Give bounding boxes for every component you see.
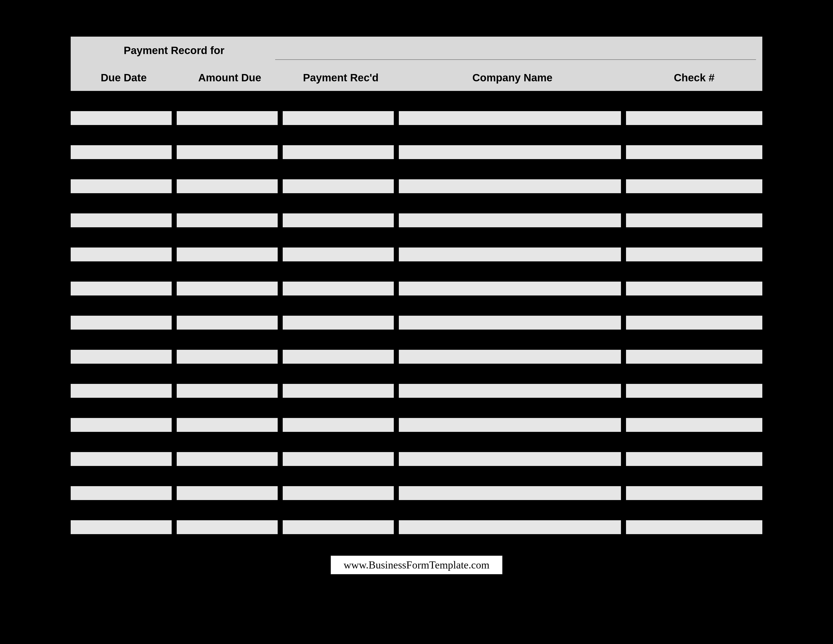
- table-row: [71, 384, 762, 398]
- cell-payment-recd[interactable]: [283, 248, 394, 261]
- table-row: [71, 486, 762, 500]
- cell-due-date[interactable]: [71, 179, 172, 193]
- cell-check-no[interactable]: [626, 179, 762, 193]
- cell-check-no[interactable]: [626, 486, 762, 500]
- cell-amount-due[interactable]: [177, 179, 278, 193]
- cell-payment-recd[interactable]: [283, 452, 394, 466]
- cell-payment-recd[interactable]: [283, 418, 394, 432]
- cell-due-date[interactable]: [71, 486, 172, 500]
- table-row: [71, 179, 762, 193]
- cell-company-name[interactable]: [399, 486, 621, 500]
- cell-amount-due[interactable]: [177, 452, 278, 466]
- cell-payment-recd[interactable]: [283, 282, 394, 295]
- cell-company-name[interactable]: [399, 213, 621, 227]
- table-row: [71, 452, 762, 466]
- table-row: [71, 520, 762, 534]
- cell-check-no[interactable]: [626, 316, 762, 330]
- cell-amount-due[interactable]: [177, 486, 278, 500]
- title-row: Payment Record for: [71, 37, 762, 64]
- table-row: [71, 316, 762, 330]
- cell-payment-recd[interactable]: [283, 316, 394, 330]
- cell-due-date[interactable]: [71, 145, 172, 159]
- header-amount-due: Amount Due: [177, 72, 283, 84]
- cell-company-name[interactable]: [399, 520, 621, 534]
- cell-company-name[interactable]: [399, 179, 621, 193]
- cell-amount-due[interactable]: [177, 350, 278, 364]
- data-rows: [71, 111, 762, 534]
- table-row: [71, 282, 762, 295]
- cell-check-no[interactable]: [626, 384, 762, 398]
- cell-company-name[interactable]: [399, 316, 621, 330]
- table-row: [71, 350, 762, 364]
- cell-company-name[interactable]: [399, 145, 621, 159]
- table-row: [71, 418, 762, 432]
- cell-check-no[interactable]: [626, 111, 762, 125]
- cell-amount-due[interactable]: [177, 418, 278, 432]
- cell-check-no[interactable]: [626, 452, 762, 466]
- cell-company-name[interactable]: [399, 418, 621, 432]
- cell-amount-due[interactable]: [177, 213, 278, 227]
- cell-company-name[interactable]: [399, 111, 621, 125]
- cell-due-date[interactable]: [71, 111, 172, 125]
- header-due-date: Due Date: [71, 72, 177, 84]
- form-header: Payment Record for Due Date Amount Due P…: [71, 37, 762, 91]
- header-payment-recd: Payment Rec'd: [283, 72, 399, 84]
- cell-company-name[interactable]: [399, 248, 621, 261]
- form-title: Payment Record for: [71, 45, 224, 56]
- cell-due-date[interactable]: [71, 452, 172, 466]
- cell-due-date[interactable]: [71, 316, 172, 330]
- table-row: [71, 213, 762, 227]
- cell-amount-due[interactable]: [177, 384, 278, 398]
- cell-due-date[interactable]: [71, 282, 172, 295]
- cell-payment-recd[interactable]: [283, 486, 394, 500]
- table-row: [71, 111, 762, 125]
- cell-amount-due[interactable]: [177, 520, 278, 534]
- cell-due-date[interactable]: [71, 248, 172, 261]
- cell-check-no[interactable]: [626, 520, 762, 534]
- cell-payment-recd[interactable]: [283, 145, 394, 159]
- cell-payment-recd[interactable]: [283, 384, 394, 398]
- cell-amount-due[interactable]: [177, 282, 278, 295]
- cell-due-date[interactable]: [71, 418, 172, 432]
- cell-check-no[interactable]: [626, 145, 762, 159]
- payment-record-form: Payment Record for Due Date Amount Due P…: [71, 37, 762, 554]
- header-check-no: Check #: [626, 72, 762, 84]
- footer-url: www.BusinessFormTemplate.com: [331, 555, 502, 574]
- cell-check-no[interactable]: [626, 350, 762, 364]
- cell-check-no[interactable]: [626, 248, 762, 261]
- cell-amount-due[interactable]: [177, 248, 278, 261]
- recipient-input-line[interactable]: [275, 60, 756, 60]
- cell-payment-recd[interactable]: [283, 213, 394, 227]
- cell-payment-recd[interactable]: [283, 179, 394, 193]
- cell-company-name[interactable]: [399, 350, 621, 364]
- cell-payment-recd[interactable]: [283, 520, 394, 534]
- cell-check-no[interactable]: [626, 282, 762, 295]
- header-company-name: Company Name: [399, 72, 626, 84]
- cell-payment-recd[interactable]: [283, 350, 394, 364]
- table-row: [71, 145, 762, 159]
- cell-company-name[interactable]: [399, 384, 621, 398]
- table-row: [71, 248, 762, 261]
- cell-due-date[interactable]: [71, 350, 172, 364]
- cell-company-name[interactable]: [399, 282, 621, 295]
- cell-company-name[interactable]: [399, 452, 621, 466]
- cell-due-date[interactable]: [71, 520, 172, 534]
- cell-due-date[interactable]: [71, 384, 172, 398]
- cell-amount-due[interactable]: [177, 316, 278, 330]
- cell-due-date[interactable]: [71, 213, 172, 227]
- cell-check-no[interactable]: [626, 418, 762, 432]
- cell-check-no[interactable]: [626, 213, 762, 227]
- column-headers: Due Date Amount Due Payment Rec'd Compan…: [71, 64, 762, 91]
- cell-amount-due[interactable]: [177, 111, 278, 125]
- cell-amount-due[interactable]: [177, 145, 278, 159]
- cell-payment-recd[interactable]: [283, 111, 394, 125]
